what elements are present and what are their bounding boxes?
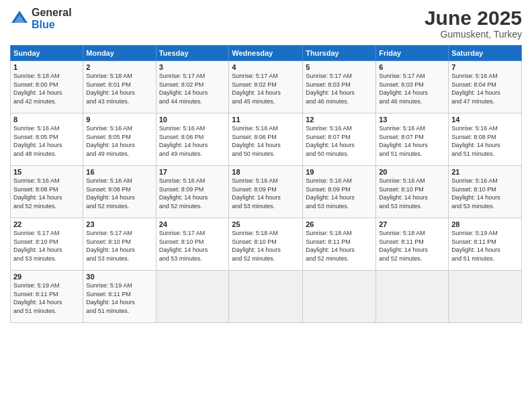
day-number: 10 — [159, 116, 226, 124]
calendar-cell: 4Sunrise: 5:17 AM Sunset: 8:02 PM Daylig… — [229, 61, 303, 113]
calendar-cell — [156, 271, 229, 323]
day-info: Sunrise: 5:16 AM Sunset: 8:09 PM Dayligh… — [232, 177, 300, 210]
logo: General Blue — [10, 7, 72, 30]
day-info: Sunrise: 5:17 AM Sunset: 8:02 PM Dayligh… — [232, 72, 300, 105]
weekday-header: Friday — [376, 46, 449, 61]
calendar-cell: 9Sunrise: 5:16 AM Sunset: 8:05 PM Daylig… — [83, 113, 156, 166]
day-info: Sunrise: 5:18 AM Sunset: 8:11 PM Dayligh… — [306, 229, 373, 263]
calendar-cell: 3Sunrise: 5:17 AM Sunset: 8:02 PM Daylig… — [156, 61, 229, 113]
calendar-cell: 17Sunrise: 5:16 AM Sunset: 8:09 PM Dayli… — [156, 166, 229, 218]
day-info: Sunrise: 5:17 AM Sunset: 8:03 PM Dayligh… — [379, 72, 445, 105]
weekday-header: Tuesday — [156, 46, 229, 61]
calendar-cell: 25Sunrise: 5:18 AM Sunset: 8:10 PM Dayli… — [229, 218, 303, 271]
header: General Blue June 2025 Gumuskent, Turkey — [10, 7, 522, 40]
day-number: 13 — [379, 116, 445, 124]
calendar-cell: 1Sunrise: 5:18 AM Sunset: 8:00 PM Daylig… — [11, 61, 83, 113]
day-number: 24 — [159, 220, 226, 228]
day-number: 29 — [13, 273, 80, 281]
day-info: Sunrise: 5:17 AM Sunset: 8:10 PM Dayligh… — [159, 229, 226, 263]
calendar-cell: 11Sunrise: 5:16 AM Sunset: 8:06 PM Dayli… — [229, 113, 303, 166]
title-block: June 2025 Gumuskent, Turkey — [425, 7, 522, 40]
calendar-cell: 6Sunrise: 5:17 AM Sunset: 8:03 PM Daylig… — [376, 61, 449, 113]
day-info: Sunrise: 5:17 AM Sunset: 8:03 PM Dayligh… — [306, 72, 373, 105]
day-info: Sunrise: 5:16 AM Sunset: 8:07 PM Dayligh… — [379, 124, 445, 158]
day-info: Sunrise: 5:16 AM Sunset: 8:05 PM Dayligh… — [13, 124, 80, 158]
day-number: 14 — [451, 116, 519, 124]
calendar-cell: 30Sunrise: 5:19 AM Sunset: 8:11 PM Dayli… — [83, 271, 156, 323]
day-number: 22 — [13, 220, 80, 228]
day-info: Sunrise: 5:16 AM Sunset: 8:04 PM Dayligh… — [451, 72, 519, 105]
calendar-cell: 2Sunrise: 5:18 AM Sunset: 8:01 PM Daylig… — [83, 61, 156, 113]
calendar-cell: 15Sunrise: 5:16 AM Sunset: 8:08 PM Dayli… — [11, 166, 83, 218]
day-info: Sunrise: 5:18 AM Sunset: 8:00 PM Dayligh… — [13, 72, 80, 105]
day-info: Sunrise: 5:17 AM Sunset: 8:02 PM Dayligh… — [159, 72, 226, 105]
calendar-cell: 26Sunrise: 5:18 AM Sunset: 8:11 PM Dayli… — [303, 218, 376, 271]
calendar-cell: 28Sunrise: 5:19 AM Sunset: 8:11 PM Dayli… — [449, 218, 522, 271]
calendar-cell: 12Sunrise: 5:16 AM Sunset: 8:07 PM Dayli… — [303, 113, 376, 166]
day-info: Sunrise: 5:16 AM Sunset: 8:08 PM Dayligh… — [13, 177, 80, 210]
day-info: Sunrise: 5:16 AM Sunset: 8:07 PM Dayligh… — [306, 124, 373, 158]
calendar-cell — [303, 271, 376, 323]
weekday-header: Wednesday — [229, 46, 303, 61]
day-number: 17 — [159, 168, 226, 176]
weekday-header: Sunday — [11, 46, 83, 61]
day-info: Sunrise: 5:16 AM Sunset: 8:08 PM Dayligh… — [86, 177, 152, 210]
day-info: Sunrise: 5:19 AM Sunset: 8:11 PM Dayligh… — [86, 281, 152, 315]
day-number: 15 — [13, 168, 80, 176]
day-number: 11 — [232, 116, 300, 124]
weekday-header: Saturday — [449, 46, 522, 61]
day-info: Sunrise: 5:17 AM Sunset: 8:10 PM Dayligh… — [13, 229, 80, 263]
calendar-cell: 8Sunrise: 5:16 AM Sunset: 8:05 PM Daylig… — [11, 113, 83, 166]
day-number: 19 — [306, 168, 373, 176]
calendar-cell: 10Sunrise: 5:16 AM Sunset: 8:06 PM Dayli… — [156, 113, 229, 166]
day-number: 30 — [86, 273, 152, 281]
day-info: Sunrise: 5:18 AM Sunset: 8:10 PM Dayligh… — [232, 229, 300, 263]
day-number: 23 — [86, 220, 152, 228]
day-number: 16 — [86, 168, 152, 176]
day-number: 12 — [306, 116, 373, 124]
calendar-cell: 5Sunrise: 5:17 AM Sunset: 8:03 PM Daylig… — [303, 61, 376, 113]
day-number: 1 — [13, 63, 80, 71]
day-info: Sunrise: 5:16 AM Sunset: 8:10 PM Dayligh… — [451, 177, 519, 210]
calendar-cell: 20Sunrise: 5:16 AM Sunset: 8:10 PM Dayli… — [376, 166, 449, 218]
day-number: 7 — [451, 63, 519, 71]
calendar-table: SundayMondayTuesdayWednesdayThursdayFrid… — [10, 45, 522, 323]
day-info: Sunrise: 5:16 AM Sunset: 8:05 PM Dayligh… — [86, 124, 152, 158]
day-number: 5 — [306, 63, 373, 71]
calendar-cell: 13Sunrise: 5:16 AM Sunset: 8:07 PM Dayli… — [376, 113, 449, 166]
day-number: 18 — [232, 168, 300, 176]
calendar-cell — [229, 271, 303, 323]
weekday-header: Monday — [83, 46, 156, 61]
day-number: 4 — [232, 63, 300, 71]
calendar-cell — [376, 271, 449, 323]
day-info: Sunrise: 5:17 AM Sunset: 8:10 PM Dayligh… — [86, 229, 152, 263]
calendar-cell: 19Sunrise: 5:16 AM Sunset: 8:09 PM Dayli… — [303, 166, 376, 218]
day-number: 8 — [13, 116, 80, 124]
day-info: Sunrise: 5:16 AM Sunset: 8:06 PM Dayligh… — [232, 124, 300, 158]
day-info: Sunrise: 5:16 AM Sunset: 8:09 PM Dayligh… — [306, 177, 373, 210]
day-info: Sunrise: 5:16 AM Sunset: 8:10 PM Dayligh… — [379, 177, 445, 210]
day-info: Sunrise: 5:18 AM Sunset: 8:11 PM Dayligh… — [379, 229, 445, 263]
day-number: 27 — [379, 220, 445, 228]
day-number: 9 — [86, 116, 152, 124]
day-number: 20 — [379, 168, 445, 176]
day-number: 28 — [451, 220, 519, 228]
day-number: 6 — [379, 63, 445, 71]
day-info: Sunrise: 5:16 AM Sunset: 8:09 PM Dayligh… — [159, 177, 226, 210]
calendar-cell: 21Sunrise: 5:16 AM Sunset: 8:10 PM Dayli… — [449, 166, 522, 218]
day-number: 2 — [86, 63, 152, 71]
day-info: Sunrise: 5:19 AM Sunset: 8:11 PM Dayligh… — [13, 281, 80, 315]
calendar-cell: 7Sunrise: 5:16 AM Sunset: 8:04 PM Daylig… — [449, 61, 522, 113]
day-number: 25 — [232, 220, 300, 228]
month-title: June 2025 — [425, 7, 522, 29]
calendar-cell: 22Sunrise: 5:17 AM Sunset: 8:10 PM Dayli… — [11, 218, 83, 271]
logo-general-text: General — [32, 7, 72, 19]
calendar-cell: 16Sunrise: 5:16 AM Sunset: 8:08 PM Dayli… — [83, 166, 156, 218]
day-info: Sunrise: 5:16 AM Sunset: 8:08 PM Dayligh… — [451, 124, 519, 158]
calendar-cell — [449, 271, 522, 323]
weekday-header: Thursday — [303, 46, 376, 61]
calendar-cell: 18Sunrise: 5:16 AM Sunset: 8:09 PM Dayli… — [229, 166, 303, 218]
calendar-cell: 27Sunrise: 5:18 AM Sunset: 8:11 PM Dayli… — [376, 218, 449, 271]
calendar-cell: 23Sunrise: 5:17 AM Sunset: 8:10 PM Dayli… — [83, 218, 156, 271]
day-number: 3 — [159, 63, 226, 71]
